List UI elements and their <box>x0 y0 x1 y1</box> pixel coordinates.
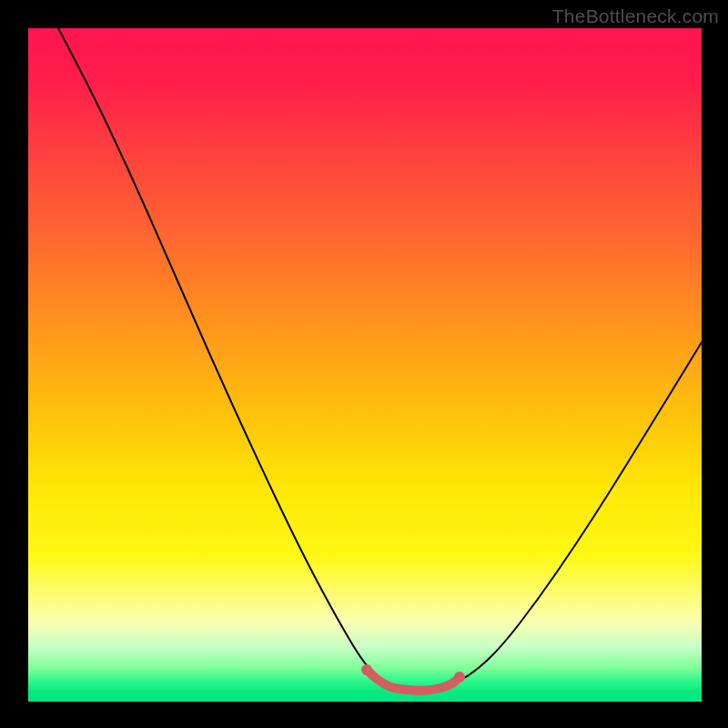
trough-dot-right <box>454 672 465 682</box>
curve-svg <box>28 28 702 702</box>
v-curve <box>58 28 702 689</box>
trough-highlight <box>367 670 460 691</box>
trough-dot-left <box>361 664 372 675</box>
plot-area <box>28 28 702 702</box>
attribution-text: TheBottleneck.com <box>552 5 719 27</box>
chart-frame: TheBottleneck.com <box>0 0 728 728</box>
